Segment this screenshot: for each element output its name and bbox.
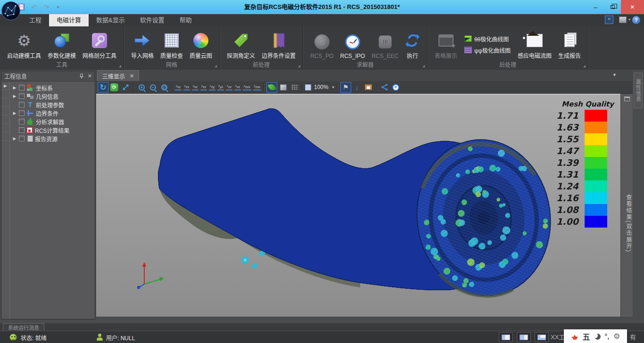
tree-checkbox[interactable] <box>19 102 25 107</box>
import-mesh-button[interactable]: 导入网格 <box>128 27 157 61</box>
tab-project[interactable]: 工程 <box>22 14 49 26</box>
ime-paw-icon[interactable] <box>571 333 578 340</box>
restore-button[interactable] <box>604 0 621 14</box>
expand-arrow-icon[interactable]: ▶ <box>12 85 17 90</box>
quality-check-button[interactable]: 质量检查 <box>157 27 186 61</box>
expand-arrow-icon[interactable]: ▶ <box>12 94 17 98</box>
zoom-in-button[interactable]: + <box>136 82 147 93</box>
layout-left-button[interactable] <box>499 332 513 342</box>
results-expand-tab[interactable]: 查看结果(双击展开) <box>621 176 633 270</box>
smooth-shade-button[interactable] <box>266 82 277 93</box>
pan-zoom-button[interactable]: ⤢ <box>120 82 131 93</box>
close-button[interactable]: ✕ <box>621 0 644 14</box>
tab-overflow-icon[interactable]: ▼ <box>612 73 617 77</box>
tree-checkbox[interactable] <box>19 85 25 90</box>
legend-row: 1.63 <box>538 122 615 133</box>
view-orientation-button[interactable]: xvz <box>234 84 241 90</box>
tab-help[interactable]: 帮助 <box>172 14 199 26</box>
layout-bottom-button[interactable] <box>535 332 549 342</box>
property-info-tab[interactable]: 属性信息 <box>634 73 643 108</box>
solver-rcs-eec-button[interactable]: RCS_EEC <box>368 27 402 61</box>
tree-item[interactable]: T前处理参数 <box>10 100 95 109</box>
view-orientation-button[interactable]: yzxv <box>253 84 262 90</box>
tab-close-icon[interactable]: ✕ <box>130 73 134 79</box>
wireframe-points-button[interactable] <box>289 82 300 93</box>
parametric-modeling-button[interactable]: 参数化建模 <box>44 27 79 61</box>
boundary-settings-button[interactable]: 边界条件设置 <box>258 27 299 61</box>
tree-item[interactable]: RCS计算结果 <box>10 126 95 134</box>
drop-marker-button[interactable]: ↓ <box>352 82 363 93</box>
tree-item[interactable]: ▶报告资源 <box>10 134 95 143</box>
results-expand-strip[interactable]: 查看结果(双击展开) <box>620 94 633 317</box>
share-view-button[interactable] <box>379 82 390 93</box>
view-orientation-button[interactable]: yxz <box>192 84 198 90</box>
tree-item[interactable]: ▶坐标系 <box>10 83 95 92</box>
view-orientation-button[interactable]: yzx <box>183 84 190 90</box>
right-dock-strip: 属性信息 <box>633 70 644 323</box>
ime-punctuation-toggle[interactable]: °, <box>605 333 610 340</box>
clear-view-button[interactable]: ✕ <box>390 82 401 93</box>
expand-arrow-icon[interactable]: ▶ <box>12 111 17 115</box>
expand-arrow-icon[interactable]: ▶ <box>12 136 17 141</box>
execute-button[interactable]: 执行 <box>402 27 423 61</box>
zoom-level-dropdown-icon[interactable]: ▼ <box>331 85 335 90</box>
tree-checkbox[interactable] <box>19 119 25 124</box>
zoom-window-button[interactable]: ⊡ <box>159 82 170 93</box>
psi-polarization-curve-button[interactable]: ψψ极化曲线图 <box>464 46 511 54</box>
view-orientation-button[interactable]: vzx <box>226 84 232 90</box>
snapshot-button[interactable] <box>363 82 374 93</box>
quality-contour-button[interactable]: 质量云图 <box>186 27 215 61</box>
legend-value: 1.16 <box>538 192 585 204</box>
view-orientation-button[interactable]: yzx <box>200 84 207 90</box>
view-orientation-button[interactable]: zyx <box>217 84 224 90</box>
solver-rcs-ipo-button[interactable]: RCS_IPO <box>337 27 368 61</box>
probe-angle-button[interactable]: 探测角定义 <box>223 27 258 61</box>
minimize-button[interactable]: – <box>587 0 604 14</box>
collapse-ribbon-icon[interactable]: ^ <box>605 16 613 24</box>
help-icon[interactable]: ? <box>632 16 640 24</box>
tab-data-display[interactable]: 数据&显示 <box>89 14 132 26</box>
induced-current-map-button[interactable]: 感应电磁流图 <box>514 27 555 61</box>
app-logo-icon <box>1 1 21 21</box>
table-display-button[interactable]: 表格展示 <box>431 27 461 61</box>
tree-checkbox[interactable] <box>19 136 25 141</box>
3d-viewport[interactable]: Mesh Quality 1.711.631.551.471.391.311.2… <box>96 94 620 317</box>
tree-checkbox[interactable] <box>19 110 25 116</box>
panel-close-icon[interactable]: ✕ <box>88 74 92 79</box>
pin-icon[interactable] <box>79 74 84 79</box>
zoom-level-value[interactable]: 100% <box>314 84 329 90</box>
ime-wubi-mode[interactable]: 五 <box>583 331 590 342</box>
tree-item[interactable]: ▶边界条件 <box>10 109 95 117</box>
zoom-out-button[interactable]: − <box>148 82 158 93</box>
launch-modeler-button[interactable]: ⚙ 启动建模工具 <box>4 27 44 61</box>
rotate-tool-button[interactable]: ↻ <box>98 82 108 93</box>
legend-value: 1.24 <box>538 180 585 192</box>
layout-split-button[interactable] <box>517 332 531 342</box>
ribbon: ⚙ 启动建模工具 参数化建模 网格剖分工具 工具 <box>0 26 644 70</box>
shaded-square-icon <box>280 84 287 90</box>
view-orientation-button[interactable]: yxz <box>175 84 182 90</box>
solver-rcs-po-button[interactable]: RCS_PO <box>307 27 337 61</box>
flat-shade-button[interactable] <box>278 82 289 93</box>
panel-window-icon <box>624 97 630 101</box>
system-messages-tab[interactable]: 系统运行消息 <box>3 323 44 331</box>
tree-item[interactable]: ▶几何信息 <box>10 92 95 100</box>
tree-checkbox[interactable] <box>19 93 25 99</box>
view-orientation-button[interactable]: xzy <box>209 84 215 90</box>
view-orientation-button[interactable]: yzvx <box>243 84 251 90</box>
generate-report-button[interactable]: 生成报告 <box>555 27 584 61</box>
tree-gutter: ▶ <box>1 82 10 319</box>
tree-item[interactable]: 分析求解器 <box>10 117 95 126</box>
device-icon[interactable] <box>619 16 627 23</box>
mesh-tool-button[interactable]: 网格剖分工具 <box>79 27 120 61</box>
tab-3d-display[interactable]: 三维显示 ✕ <box>97 70 139 81</box>
ime-settings-gear-icon[interactable]: ⚙ <box>613 333 620 340</box>
theta-polarization-curve-button[interactable]: θθ极化曲线图 <box>464 35 511 43</box>
tree-gutter-cell: ▶ <box>1 82 9 90</box>
tree-checkbox[interactable] <box>19 127 25 133</box>
tab-em-computation[interactable]: 电磁计算 <box>49 14 89 26</box>
spin-tool-button[interactable]: ⟳ <box>109 82 120 93</box>
select-mode-button[interactable]: ⚑ <box>340 82 351 93</box>
tab-software-settings[interactable]: 软件设置 <box>132 14 172 26</box>
ime-moon-icon[interactable] <box>594 334 601 340</box>
